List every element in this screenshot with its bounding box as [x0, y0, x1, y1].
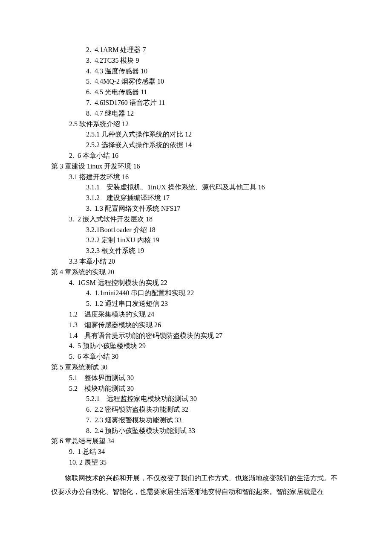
- toc-entry: 3.1.1 安装虚拟机、1inUX 操作系统、源代码及其他工具 16: [51, 182, 341, 193]
- toc-entry: 2. 6 本章小结 16: [51, 151, 341, 161]
- toc-entry: 第 5 章系统测试 30: [51, 362, 341, 373]
- toc-entry: 5. 6 本章小结 30: [51, 352, 341, 362]
- toc-entry: 3.2.2 定制 1inXU 内核 19: [51, 235, 341, 246]
- toc-entry: 8. 2.4 预防小孩坠楼模块功能测试 33: [51, 426, 341, 436]
- toc-entry: 2.5 软件系统介绍 12: [51, 119, 341, 130]
- toc-entry: 5.2.1 远程监控家电模块功能测试 30: [51, 394, 341, 404]
- toc-entry: 3.2.3 根文件系统 19: [51, 246, 341, 256]
- table-of-contents: 2. 4.1ARM 处理器 73. 4.2TC35 模块 94. 4.3 温度传…: [51, 45, 341, 468]
- toc-entry: 4. 5 预防小孩坠楼模块 29: [51, 341, 341, 352]
- toc-entry: 5. 4.4MQ-2 烟雾传感器 10: [51, 76, 341, 87]
- toc-entry: 3.3 本章小结 20: [51, 256, 341, 267]
- toc-entry: 5.2 模块功能测试 30: [51, 384, 341, 394]
- toc-entry: 2.5.2 选择嵌入式操作系统的依据 14: [51, 140, 341, 151]
- toc-entry: 10. 2 展望 35: [51, 457, 341, 468]
- toc-entry: 7. 2.3 烟雾报警模块功能测试 33: [51, 415, 341, 426]
- toc-entry: 第 6 章总结与展望 34: [51, 436, 341, 447]
- toc-entry: 1.2 温度采集模块的实现 24: [51, 309, 341, 320]
- toc-entry: 3. 2 嵌入式软件开发层次 18: [51, 214, 341, 225]
- document-page: 2. 4.1ARM 处理器 73. 4.2TC35 模块 94. 4.3 温度传…: [0, 0, 392, 555]
- toc-entry: 3. 1.3 配置网络文件系统 NFS17: [51, 203, 341, 214]
- toc-entry: 5.1 整体界面测试 30: [51, 373, 341, 384]
- toc-entry: 3.2.1Boot1oader 介绍 18: [51, 225, 341, 235]
- toc-entry: 3. 4.2TC35 模块 9: [51, 55, 341, 66]
- toc-entry: 第 3 章建设 1inux 开发环境 16: [51, 161, 341, 172]
- toc-entry: 4. 1GSM 远程控制模块的实现 22: [51, 278, 341, 288]
- toc-entry: 3.1.2 建设穿插编译环境 17: [51, 193, 341, 203]
- toc-entry: 6. 2.2 密码锁防盗模块功能测试 32: [51, 404, 341, 415]
- toc-entry: 2. 4.1ARM 处理器 7: [51, 45, 341, 55]
- toc-entry: 2.5.1 几种嵌入式操作系统的对比 12: [51, 129, 341, 140]
- toc-entry: 7. 4.6ISD1760 语音芯片 11: [51, 98, 341, 108]
- toc-entry: 第 4 章系统的实现 20: [51, 267, 341, 278]
- toc-entry: 9. 1 总结 34: [51, 447, 341, 457]
- toc-entry: 3.1 搭建开发环境 16: [51, 172, 341, 183]
- toc-entry: 1.4 具有语音提示功能的密码锁防盗模块的实现 27: [51, 331, 341, 341]
- toc-entry: 1.3 烟雾传感器模块的实现 26: [51, 320, 341, 331]
- body-paragraph: 物联网技术的兴起和开展，不仅改变了我们的工作方式、也逐渐地改变我们的生活方式。不…: [51, 471, 341, 499]
- toc-entry: 8. 4.7 继电器 12: [51, 108, 341, 119]
- toc-entry: 5. 1.2 通过串口发送短信 23: [51, 299, 341, 309]
- toc-entry: 4. 4.3 温度传感器 10: [51, 66, 341, 77]
- toc-entry: 6. 4.5 光电传感器 11: [51, 87, 341, 98]
- toc-entry: 4. 1.1mini2440 串口的配置和实现 22: [51, 288, 341, 299]
